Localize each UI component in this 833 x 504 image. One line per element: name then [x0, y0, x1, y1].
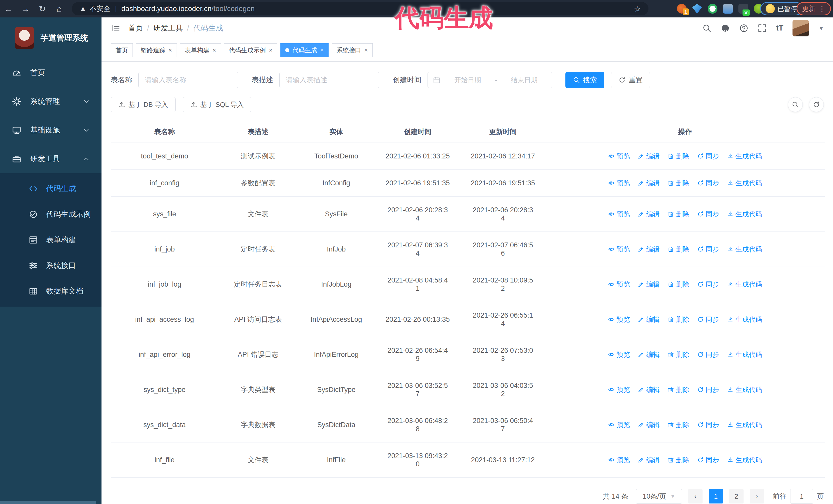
- import-sql-button[interactable]: 基于 SQL 导入: [183, 97, 252, 112]
- action-edit[interactable]: 编辑: [638, 421, 660, 429]
- action-edit[interactable]: 编辑: [638, 179, 660, 187]
- action-generate[interactable]: 生成代码: [727, 421, 762, 429]
- action-delete[interactable]: 删除: [667, 456, 689, 464]
- action-delete[interactable]: 删除: [667, 351, 689, 359]
- action-sync[interactable]: 同步: [697, 280, 719, 288]
- action-edit[interactable]: 编辑: [638, 210, 660, 218]
- action-generate[interactable]: 生成代码: [727, 179, 762, 187]
- action-edit[interactable]: 编辑: [638, 456, 660, 464]
- browser-menu-icon[interactable]: ⋮: [818, 5, 826, 13]
- font-size-icon[interactable]: tT: [776, 24, 783, 33]
- action-preview[interactable]: 预览: [608, 386, 630, 394]
- close-icon[interactable]: ×: [213, 47, 216, 54]
- page-size-select[interactable]: 10条/页▼: [636, 489, 682, 504]
- reset-button[interactable]: 重置: [611, 72, 650, 88]
- action-sync[interactable]: 同步: [697, 386, 719, 394]
- goto-page-input[interactable]: [790, 489, 813, 504]
- page-button-2[interactable]: 2: [729, 489, 743, 503]
- submenu-item-3[interactable]: 系统接口: [0, 253, 101, 279]
- search-button[interactable]: 搜索: [565, 72, 604, 88]
- extension-icon[interactable]: on: [738, 4, 748, 14]
- action-preview[interactable]: 预览: [608, 179, 630, 187]
- action-edit[interactable]: 编辑: [638, 152, 660, 160]
- help-icon[interactable]: [739, 24, 748, 33]
- next-page-button[interactable]: ›: [750, 489, 764, 503]
- action-delete[interactable]: 删除: [667, 179, 689, 187]
- submenu-item-2[interactable]: 表单构建: [0, 227, 101, 253]
- action-preview[interactable]: 预览: [608, 456, 630, 464]
- action-generate[interactable]: 生成代码: [727, 152, 762, 160]
- action-sync[interactable]: 同步: [697, 421, 719, 429]
- breadcrumb-item-1[interactable]: 研发工具: [153, 23, 183, 33]
- action-sync[interactable]: 同步: [697, 351, 719, 359]
- action-edit[interactable]: 编辑: [638, 280, 660, 288]
- action-delete[interactable]: 删除: [667, 315, 689, 323]
- bookmark-star-icon[interactable]: ☆: [634, 4, 641, 13]
- extension-icon[interactable]: [723, 4, 733, 14]
- action-edit[interactable]: 编辑: [638, 351, 660, 359]
- action-preview[interactable]: 预览: [608, 421, 630, 429]
- browser-home-icon[interactable]: ⌂: [51, 4, 68, 14]
- action-preview[interactable]: 预览: [608, 351, 630, 359]
- tab-1[interactable]: 链路追踪 ×: [136, 43, 177, 57]
- action-generate[interactable]: 生成代码: [727, 245, 762, 253]
- submenu-item-0[interactable]: 代码生成: [0, 176, 101, 201]
- prev-page-button[interactable]: ‹: [688, 489, 703, 503]
- action-edit[interactable]: 编辑: [638, 386, 660, 394]
- date-range-picker[interactable]: 开始日期 - 结束日期: [428, 72, 552, 88]
- close-icon[interactable]: ×: [364, 47, 368, 54]
- action-sync[interactable]: 同步: [697, 315, 719, 323]
- action-edit[interactable]: 编辑: [638, 245, 660, 253]
- fullscreen-icon[interactable]: [758, 24, 767, 33]
- import-db-button[interactable]: 基于 DB 导入: [111, 97, 175, 112]
- github-icon[interactable]: [721, 24, 730, 33]
- action-delete[interactable]: 删除: [667, 280, 689, 288]
- action-preview[interactable]: 预览: [608, 245, 630, 253]
- sidebar-item-0[interactable]: 首页: [0, 58, 101, 87]
- action-preview[interactable]: 预览: [608, 152, 630, 160]
- app-logo-row[interactable]: 芋道管理系统: [0, 18, 101, 58]
- tab-2[interactable]: 表单构建 ×: [180, 43, 221, 57]
- header-search-icon[interactable]: [702, 24, 712, 33]
- action-edit[interactable]: 编辑: [638, 315, 660, 323]
- address-bar[interactable]: ▲ 不安全 | dashboard.yudao.iocoder.cn /tool…: [72, 2, 648, 16]
- browser-update-button[interactable]: 更新 ⋮: [796, 2, 831, 16]
- table-desc-input[interactable]: [279, 72, 379, 88]
- extension-icon[interactable]: 1: [677, 4, 687, 14]
- tab-5[interactable]: 系统接口 ×: [332, 43, 373, 57]
- action-sync[interactable]: 同步: [697, 210, 719, 218]
- browser-reload-icon[interactable]: ↻: [34, 4, 51, 14]
- action-generate[interactable]: 生成代码: [727, 351, 762, 359]
- action-delete[interactable]: 删除: [667, 421, 689, 429]
- action-sync[interactable]: 同步: [697, 245, 719, 253]
- action-sync[interactable]: 同步: [697, 179, 719, 187]
- refresh-table-button[interactable]: [809, 97, 824, 112]
- action-delete[interactable]: 删除: [667, 386, 689, 394]
- page-button-1[interactable]: 1: [709, 489, 723, 503]
- action-sync[interactable]: 同步: [697, 152, 719, 160]
- table-name-input[interactable]: [138, 72, 238, 88]
- action-generate[interactable]: 生成代码: [727, 280, 762, 288]
- extension-icon[interactable]: [708, 4, 717, 14]
- extension-icon[interactable]: [692, 4, 702, 14]
- sidebar-item-2[interactable]: 基础设施: [0, 116, 101, 145]
- sidebar-item-3[interactable]: 研发工具: [0, 145, 101, 173]
- breadcrumb-item-0[interactable]: 首页: [128, 23, 143, 33]
- action-preview[interactable]: 预览: [608, 315, 630, 323]
- tab-4[interactable]: 代码生成 ×: [280, 43, 329, 57]
- avatar-caret-icon[interactable]: ▼: [818, 25, 824, 32]
- action-generate[interactable]: 生成代码: [727, 315, 762, 323]
- action-sync[interactable]: 同步: [697, 456, 719, 464]
- toggle-search-button[interactable]: [788, 97, 803, 112]
- browser-back-icon[interactable]: ←: [0, 4, 17, 14]
- tab-3[interactable]: 代码生成示例 ×: [224, 43, 277, 57]
- action-generate[interactable]: 生成代码: [727, 210, 762, 218]
- action-delete[interactable]: 删除: [667, 245, 689, 253]
- close-icon[interactable]: ×: [320, 47, 324, 54]
- action-preview[interactable]: 预览: [608, 210, 630, 218]
- action-delete[interactable]: 删除: [667, 210, 689, 218]
- sidebar-item-1[interactable]: 系统管理: [0, 87, 101, 116]
- close-icon[interactable]: ×: [168, 47, 172, 54]
- browser-forward-icon[interactable]: →: [17, 4, 34, 14]
- submenu-item-1[interactable]: 代码生成示例: [0, 201, 101, 227]
